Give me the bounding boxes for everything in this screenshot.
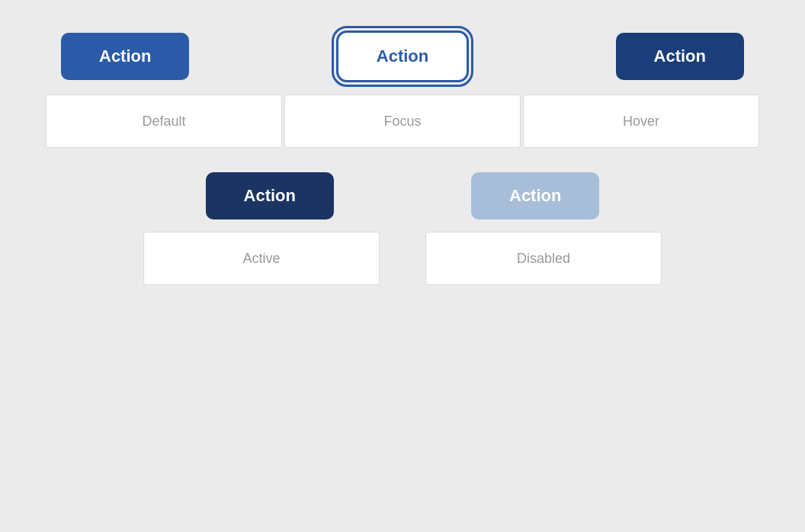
main-container: Action Action Action Default Focus Hover… — [46, 30, 759, 285]
row2-buttons: Action Action — [46, 172, 759, 220]
active-button[interactable]: Action — [206, 172, 334, 220]
focus-label: Focus — [284, 95, 521, 148]
default-label: Default — [46, 95, 282, 148]
focus-button[interactable]: Action — [336, 30, 469, 82]
hover-label: Hover — [523, 95, 759, 148]
active-label: Active — [143, 232, 380, 285]
disabled-label: Disabled — [425, 232, 662, 285]
row2-labels: Active Disabled — [46, 232, 759, 285]
row1-buttons: Action Action Action — [46, 30, 759, 82]
row1-labels: Default Focus Hover — [46, 95, 759, 148]
hover-button[interactable]: Action — [616, 33, 744, 80]
disabled-button: Action — [471, 172, 599, 220]
default-button[interactable]: Action — [61, 33, 189, 80]
